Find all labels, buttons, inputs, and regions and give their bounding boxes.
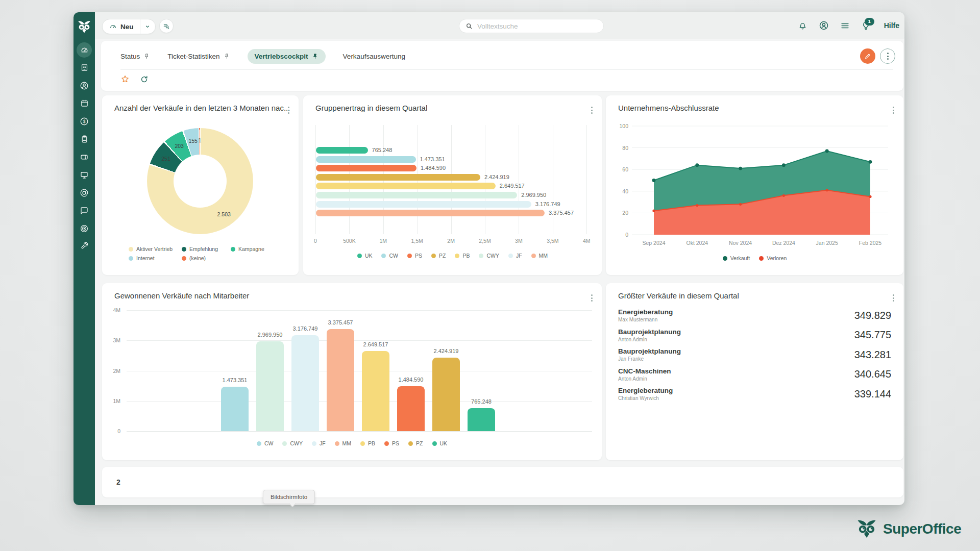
bar bbox=[316, 147, 368, 154]
sidebar-item-ticket[interactable] bbox=[76, 148, 93, 166]
list-item[interactable]: BauprojektplanungJan Franke343.281 bbox=[618, 345, 891, 365]
donut-legend-item[interactable]: Internet bbox=[129, 255, 182, 261]
hbar-legend-item[interactable]: UK bbox=[357, 253, 373, 259]
hbar-legend-item[interactable]: PZ bbox=[431, 253, 446, 259]
list-item[interactable]: BauprojektplanungAnton Admin345.775 bbox=[618, 325, 891, 345]
superoffice-owl-logo[interactable] bbox=[76, 19, 93, 34]
hbar-legend-item[interactable]: PB bbox=[455, 253, 470, 259]
vbar-legend-item[interactable]: CWY bbox=[282, 440, 303, 446]
axis-tick-label: 100 bbox=[615, 123, 628, 129]
area-legend-item[interactable]: Verloren bbox=[759, 255, 787, 261]
tips-button[interactable]: 1 bbox=[861, 21, 871, 31]
search-input[interactable] bbox=[476, 22, 597, 31]
bar bbox=[362, 351, 389, 431]
vbar-legend-item[interactable]: MM bbox=[335, 440, 352, 446]
area-legend-item[interactable]: Verkauft bbox=[723, 255, 750, 261]
vbar-legend-item[interactable]: UK bbox=[432, 440, 448, 446]
legend-label: Empfehlung bbox=[189, 246, 218, 252]
sidebar-item-sales[interactable]: $ bbox=[76, 112, 93, 130]
sidebar-item-contacts[interactable] bbox=[76, 77, 93, 94]
tooltip-label: Bildschirmfoto bbox=[271, 494, 307, 500]
axis-tick-label: 60 bbox=[615, 166, 628, 172]
bar bbox=[316, 165, 416, 171]
card-biggest-sales: Größter Verkäufe in diesem Quartal Energ… bbox=[606, 283, 903, 460]
vbar-legend-item[interactable]: CW bbox=[257, 440, 274, 446]
at-sign-icon bbox=[80, 188, 89, 197]
sidebar-item-mention[interactable] bbox=[76, 184, 93, 202]
card-menu-button[interactable] bbox=[589, 105, 595, 116]
card-menu-button[interactable] bbox=[286, 105, 291, 116]
donut-legend-item[interactable]: Kampagne bbox=[231, 246, 280, 252]
donut-legend-item[interactable]: Empfehlung bbox=[182, 246, 231, 252]
card-title: Gewonnenen Verkäufe nach Mitarbeiter bbox=[114, 291, 249, 300]
hbar-legend-item[interactable]: MM bbox=[531, 253, 548, 259]
sidebar-item-screen[interactable] bbox=[76, 166, 93, 184]
owl-icon bbox=[855, 519, 878, 538]
legend-dot bbox=[312, 441, 316, 446]
bar-value-label: 3.176.749 bbox=[293, 325, 318, 332]
axis-tick-label: 80 bbox=[615, 145, 628, 151]
legend-dot bbox=[182, 256, 186, 261]
legend-label: MM bbox=[539, 253, 548, 259]
calendar-icon bbox=[80, 99, 89, 108]
tab-label: Status bbox=[120, 53, 140, 60]
hbar-legend-item[interactable]: JF bbox=[508, 253, 522, 259]
bar bbox=[221, 387, 249, 431]
sidebar-item-dashboard[interactable] bbox=[76, 41, 93, 59]
hbar-legend-item[interactable]: CW bbox=[381, 253, 398, 259]
chat-bubble-icon bbox=[80, 206, 89, 215]
help-link[interactable]: Hilfe bbox=[884, 21, 899, 30]
company-icon bbox=[80, 63, 89, 72]
list-item[interactable]: EnergieberatungMax Mustermann349.829 bbox=[618, 306, 891, 325]
vbar-legend-item[interactable]: PB bbox=[360, 440, 375, 446]
panel-more-button[interactable] bbox=[880, 48, 895, 64]
donut-legend-item[interactable]: (keine) bbox=[182, 255, 231, 261]
vbar-legend-item[interactable]: PS bbox=[384, 440, 399, 446]
donut-value-label: 155 bbox=[188, 138, 198, 144]
list-item[interactable]: CNC-MaschinenAnton Admin340.645 bbox=[618, 365, 891, 385]
sidebar-item-marketing[interactable] bbox=[76, 219, 93, 237]
card-title: Gruppenertrag in diesem Quartal bbox=[315, 104, 427, 112]
star-icon bbox=[120, 74, 130, 84]
notifications-button[interactable] bbox=[798, 21, 807, 31]
vbar-legend-item[interactable]: PZ bbox=[408, 440, 423, 446]
list-item[interactable]: EnergieberatungChristian Wyrwich339.144 bbox=[618, 384, 891, 404]
card-menu-button[interactable] bbox=[891, 292, 896, 304]
card-menu-button[interactable] bbox=[589, 292, 595, 304]
panel-actions bbox=[860, 48, 895, 64]
new-button-label: Neu bbox=[120, 23, 134, 31]
sidebar-item-settings[interactable] bbox=[76, 237, 93, 255]
saved-search-button[interactable] bbox=[159, 19, 174, 33]
pin-outline-icon bbox=[143, 53, 150, 60]
new-dropdown-button[interactable] bbox=[140, 19, 155, 34]
favorite-button[interactable] bbox=[120, 74, 130, 84]
sidebar-item-calendar[interactable] bbox=[76, 94, 93, 112]
donut-value-label: 251 bbox=[161, 156, 170, 162]
sidebar-item-company[interactable] bbox=[76, 59, 93, 77]
tab-vertriebscockpit[interactable]: Vertriebscockpit bbox=[248, 49, 326, 64]
tab-ticket-statistiken[interactable]: Ticket-Statistiken bbox=[167, 53, 230, 60]
sale-value: 340.645 bbox=[854, 368, 891, 380]
new-button[interactable]: Neu bbox=[103, 19, 140, 34]
sale-name: CNC-Maschinen bbox=[618, 367, 671, 375]
donut-legend-item[interactable]: Aktiver Vertrieb bbox=[129, 246, 182, 252]
axis-tick-label: 0 bbox=[615, 232, 628, 238]
sidebar-item-projects[interactable] bbox=[76, 130, 93, 148]
sale-value: 345.775 bbox=[854, 329, 891, 341]
legend-dot bbox=[508, 254, 513, 258]
hbar-legend-item[interactable]: PS bbox=[407, 253, 422, 259]
tab-status[interactable]: Status bbox=[120, 53, 150, 60]
sidebar-item-chat[interactable] bbox=[76, 202, 93, 219]
dollar-icon: $ bbox=[80, 117, 89, 126]
edit-dashboard-button[interactable] bbox=[860, 48, 875, 64]
hbar-legend-item[interactable]: CWY bbox=[479, 253, 499, 259]
profile-button[interactable] bbox=[819, 20, 829, 31]
tab-verkaufsauswertung[interactable]: Verkaufsauswertung bbox=[343, 53, 405, 60]
axis-tick-label: 2M bbox=[102, 368, 120, 374]
refresh-button[interactable] bbox=[140, 75, 149, 84]
legend-dot bbox=[282, 441, 287, 446]
menu-button[interactable] bbox=[840, 21, 850, 31]
vbar-legend-item[interactable]: JF bbox=[312, 440, 326, 446]
dashboard-tab-panel: Status Ticket-Statistiken Vertriebscockp… bbox=[101, 41, 903, 91]
axis-tick-label: 0 bbox=[314, 238, 317, 244]
